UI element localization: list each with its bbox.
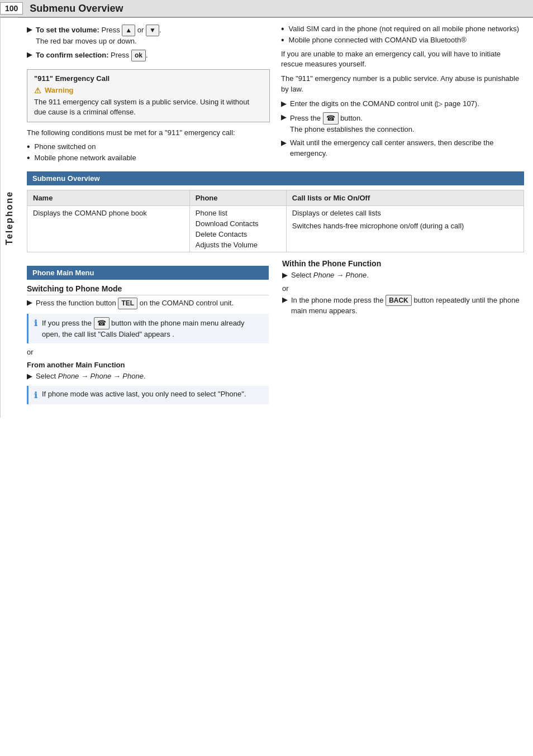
step1-bullet: ▶ Enter the digits on the COMAND control… bbox=[281, 99, 524, 109]
from-another-title: From another Main Function bbox=[27, 361, 269, 369]
from-another-arrow: ▶ bbox=[27, 372, 32, 380]
bottom-right-column: Within the Phone Function ▶ Select Phone… bbox=[282, 259, 524, 408]
within-step2: ▶ In the phone mode press the BACK butto… bbox=[282, 295, 524, 317]
within-step1: ▶ Select Phone → Phone. bbox=[282, 270, 524, 280]
from-another-text: Select Phone → Phone → Phone. bbox=[36, 371, 146, 381]
page-title: Submenu Overview bbox=[30, 3, 123, 15]
calllists-item-2: Switches hands-free microphone on/off (d… bbox=[292, 222, 518, 230]
confirm-label: To confirm selection: bbox=[36, 51, 109, 59]
para1: If you are unable to make an emergency c… bbox=[281, 49, 524, 69]
warning-line: ⚠ Warning bbox=[34, 86, 263, 95]
table-body: Displays the COMAND phone book Phone lis… bbox=[27, 206, 524, 252]
page-header: 100 Submenu Overview bbox=[0, 0, 533, 18]
within-arrow1: ▶ bbox=[282, 271, 288, 279]
back-key: BACK bbox=[386, 295, 412, 307]
volume-sub: The red bar moves up or down. bbox=[36, 37, 137, 45]
info-text-1: If you press the ☎ button with the phone… bbox=[42, 317, 263, 339]
path-text: Phone → Phone → Phone bbox=[58, 372, 144, 380]
sidebar: Telephone bbox=[0, 18, 18, 418]
step3-bullet: ▶ Wait until the emergency call center a… bbox=[281, 138, 524, 158]
main-layout: Telephone ▶ To set the volume: Press ▲ o… bbox=[0, 18, 533, 418]
right-bullet-1: • Valid SIM card in the phone (not requi… bbox=[281, 25, 524, 34]
volume-label: To set the volume: bbox=[36, 26, 99, 34]
within-phone-title: Within the Phone Function bbox=[282, 259, 524, 268]
cell-phone: Phone list Download Contacts Delete Cont… bbox=[189, 206, 286, 252]
within-step2-text: In the phone mode press the BACK button … bbox=[291, 295, 524, 317]
confirm-text: To confirm selection: Press ok. bbox=[36, 50, 148, 61]
volume-text: To set the volume: Press ▲ or ▼. The red… bbox=[36, 25, 161, 46]
step1-text: Enter the digits on the COMAND control u… bbox=[290, 99, 479, 109]
step2-text: Press the ☎ button. The phone establishe… bbox=[290, 112, 415, 135]
top-left-column: ▶ To set the volume: Press ▲ or ▼. The r… bbox=[27, 25, 270, 165]
warning-body: The 911 emergency call system is a publi… bbox=[34, 97, 263, 117]
info-icon-2: ℹ bbox=[34, 389, 37, 401]
right-dot1: • bbox=[281, 25, 284, 34]
confirm-bullet: ▶ To confirm selection: Press ok. bbox=[27, 50, 270, 61]
calllists-item-1: Displays or deletes call lists bbox=[292, 209, 518, 217]
col-name: Name bbox=[27, 190, 190, 206]
dot2: • bbox=[27, 154, 30, 162]
warning-icon: ⚠ bbox=[34, 86, 41, 95]
phone-item-4: Adjusts the Volume bbox=[196, 241, 280, 249]
tel-bullet-arrow: ▶ bbox=[27, 298, 32, 307]
warning-label: Warning bbox=[45, 86, 74, 94]
or-text-2: or bbox=[282, 284, 524, 293]
top-two-columns: ▶ To set the volume: Press ▲ or ▼. The r… bbox=[27, 25, 524, 165]
step3-arrow: ▶ bbox=[281, 138, 287, 147]
within-path: Phone → Phone bbox=[313, 271, 367, 279]
step2-arrow: ▶ bbox=[281, 113, 287, 121]
ok-key: ok bbox=[131, 50, 146, 61]
tel-button-text: Press the function button TEL on the COM… bbox=[36, 298, 234, 309]
step1-arrow: ▶ bbox=[281, 99, 287, 108]
sidebar-label: Telephone bbox=[4, 190, 15, 245]
step2-sub: The phone establishes the connection. bbox=[290, 125, 415, 133]
phone-icon-info: ☎ bbox=[94, 317, 110, 329]
bullet-arrow2: ▶ bbox=[27, 50, 32, 59]
info-box-2: ℹ If phone mode was active last, you onl… bbox=[27, 386, 269, 404]
col-phone: Phone bbox=[189, 190, 286, 206]
within-arrow2: ▶ bbox=[282, 295, 288, 304]
within-step1-text: Select Phone → Phone. bbox=[291, 270, 369, 280]
up-key: ▲ bbox=[122, 25, 135, 36]
right-bullet-2: • Mobile phone connected with COMAND via… bbox=[281, 36, 524, 45]
condition-2-text: Mobile phone network available bbox=[35, 154, 136, 162]
info-icon-1: ℹ bbox=[34, 317, 37, 329]
bullet-arrow: ▶ bbox=[27, 25, 32, 34]
switching-title: Switching to Phone Mode bbox=[27, 284, 269, 295]
emergency-box: "911" Emergency Call ⚠ Warning The 911 e… bbox=[27, 69, 270, 122]
right-bullet-2-text: Mobile phone connected with COMAND via B… bbox=[289, 36, 467, 44]
volume-bullet: ▶ To set the volume: Press ▲ or ▼. The r… bbox=[27, 25, 270, 46]
bottom-two-columns: Phone Main Menu Switching to Phone Mode … bbox=[27, 259, 524, 408]
right-bullet-1-text: Valid SIM card in the phone (not require… bbox=[289, 25, 519, 33]
para2: The "911" emergency number is a public s… bbox=[281, 74, 524, 94]
emergency-box-title: "911" Emergency Call bbox=[34, 74, 263, 83]
top-right-column: • Valid SIM card in the phone (not requi… bbox=[281, 25, 524, 165]
condition-2: • Mobile phone network available bbox=[27, 154, 270, 162]
or-text-1: or bbox=[27, 348, 269, 356]
main-content: ▶ To set the volume: Press ▲ or ▼. The r… bbox=[18, 18, 533, 418]
tel-key: TEL bbox=[118, 298, 137, 309]
submenu-overview-bar: Submenu Overview bbox=[27, 171, 524, 185]
condition-1: • Phone switched on bbox=[27, 142, 270, 151]
phone-item-2: Download Contacts bbox=[196, 219, 280, 228]
conditions-intro: The following conditions must be met for… bbox=[27, 128, 270, 138]
down-key: ▼ bbox=[146, 25, 159, 36]
table-header: Name Phone Call lists or Mic On/Off bbox=[27, 190, 524, 206]
step3-text: Wait until the emergency call center ans… bbox=[290, 138, 524, 158]
cell-calllists: Displays or deletes call lists Switches … bbox=[286, 206, 524, 252]
phone-item-3: Delete Contacts bbox=[196, 230, 280, 238]
info-box-1: ℹ If you press the ☎ button with the pho… bbox=[27, 314, 269, 343]
bottom-left-column: Phone Main Menu Switching to Phone Mode … bbox=[27, 259, 269, 408]
step2-bullet: ▶ Press the ☎ button. The phone establis… bbox=[281, 112, 524, 135]
cell-name: Displays the COMAND phone book bbox=[27, 206, 190, 252]
submenu-table: Name Phone Call lists or Mic On/Off Disp… bbox=[27, 190, 524, 252]
header-row: Name Phone Call lists or Mic On/Off bbox=[27, 190, 524, 206]
col-calllists: Call lists or Mic On/Off bbox=[286, 190, 524, 206]
from-another-bullet: ▶ Select Phone → Phone → Phone. bbox=[27, 371, 269, 381]
phone-item-1: Phone list bbox=[196, 209, 280, 217]
right-dot2: • bbox=[281, 36, 284, 45]
phone-button-icon: ☎ bbox=[323, 112, 339, 125]
dot1: • bbox=[27, 142, 30, 151]
table-row: Displays the COMAND phone book Phone lis… bbox=[27, 206, 524, 252]
info-text-2: If phone mode was active last, you only … bbox=[42, 389, 246, 399]
